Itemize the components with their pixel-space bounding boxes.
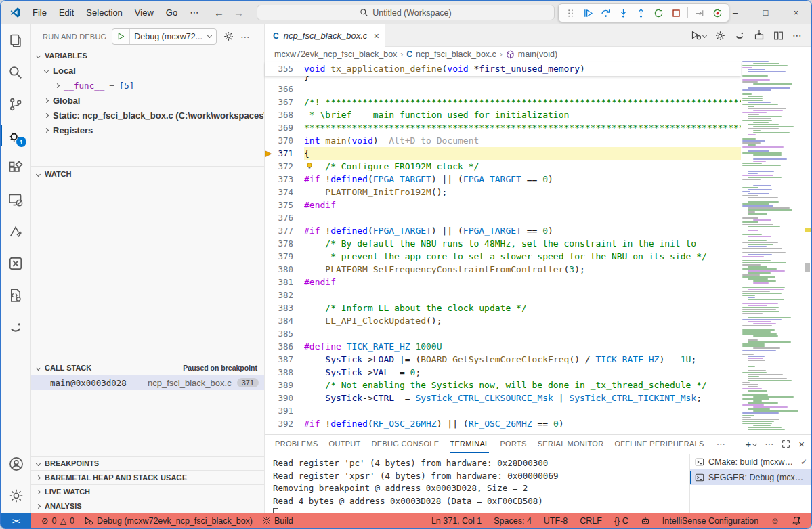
search-sidebar-icon[interactable] [1,56,30,88]
scope-static[interactable]: Static: ncp_fsci_black_box.c (C:\work\wo… [31,108,264,123]
editor-more-icon[interactable]: ⋯ [792,30,802,41]
tab-ncp-fsci-black-box[interactable]: C ncp_fsci_black_box.c × [265,24,385,47]
breakpoints-header[interactable]: BREAKPOINTS [31,456,264,470]
editor-settings-gear-icon[interactable] [715,30,725,41]
watch-header[interactable]: WATCH [31,167,264,182]
panel-tab-serial-monitor[interactable]: SERIAL MONITOR [538,435,604,453]
code-line-384[interactable]: 384 LL_API_ClockUpdated(); [265,314,741,327]
split-editor-icon[interactable] [773,30,784,41]
close-button[interactable]: × [781,1,811,24]
code-line-368[interactable]: 368 * \brief main function used for init… [265,108,741,121]
breadcrumb-project[interactable]: mcxw72evk_ncp_fsci_black_box [274,49,397,59]
code-line-380[interactable]: 380 PLATFORM_SetFrequencyConstraintFromC… [265,263,741,276]
restart-button[interactable] [650,5,666,21]
code-line-371[interactable]: ▶371{ [265,147,741,160]
maximize-button[interactable]: □ [750,1,781,24]
stack-frame-row[interactable]: main@0x0003d028 ncp_fsci_black_box.c 371 [31,375,264,390]
panel-more-icon[interactable]: ⋯ [765,439,773,449]
lightbulb-icon[interactable] [305,161,314,171]
menu-file[interactable]: File [26,5,53,20]
run-debug-file-button[interactable] [691,30,706,41]
sticky-scroll-line[interactable]: 355 void tx_application_define(void *fir… [265,62,741,76]
nav-forward-icon[interactable]: → [234,7,244,18]
notifications-bell-icon[interactable] [787,516,806,526]
code-line-391[interactable]: 391 [265,404,741,417]
code-line-387[interactable]: 387 SysTick->LOAD |= (BOARD_GetSystemCor… [265,353,741,366]
continue-button[interactable] [580,5,596,21]
step-out-button[interactable] [633,5,649,21]
cmake-build-button[interactable]: Build [257,513,298,528]
stop-button[interactable] [668,5,684,21]
panel-tabs-more-icon[interactable]: ⋯ [717,439,725,449]
code-line-379[interactable]: 379 * prevent the app core to set a slow… [265,250,741,263]
cmake-tools-icon[interactable] [1,279,30,311]
live-watch-header[interactable]: LIVE WATCH [31,484,264,499]
debug-current-line-icon[interactable]: ▶ [265,149,271,158]
analysis-header[interactable]: ANALYSIS [31,499,264,513]
overview-ruler[interactable] [804,58,811,434]
code-line-372[interactable]: 372 /* Configure FRO192M clock */ [265,160,741,173]
code-line-376[interactable]: 376 [265,211,741,224]
minimize-button[interactable]: – [720,1,750,24]
scrollbar-thumb[interactable] [805,263,810,272]
panel-tab-ports[interactable]: PORTS [500,435,526,453]
step-over-button[interactable] [597,5,614,21]
panel-tab-output[interactable]: OUTPUT [329,435,361,453]
panel-tab-terminal[interactable]: TERMINAL [450,435,489,453]
code-line-375[interactable]: 375#endif [265,198,741,211]
minimap[interactable] [741,58,804,433]
close-panel-icon[interactable]: × [798,438,805,450]
code-line-370[interactable]: 370int main(void) Alt+D to Document [265,134,741,147]
debug-status[interactable]: Debug (mcxw72evk_ncp_fsci_black_box) [79,513,257,528]
remote-indicator[interactable]: >< [1,513,31,528]
command-center-search[interactable]: Untitled (Workspace) [257,5,555,20]
code-line-390[interactable]: 390 SysTick->CTRL = SysTick_CTRL_CLKSOUR… [265,392,741,404]
maximize-panel-icon[interactable] [782,440,790,448]
code-line-388[interactable]: 388 SysTick->VAL = 0; [265,366,741,379]
code-line-389[interactable]: 389 /* Not enabling the Systicks now, wi… [265,379,741,392]
step-into-button[interactable] [615,5,631,21]
code-line-367[interactable]: 367/*! *********************************… [265,96,741,108]
menu-selection[interactable]: Selection [80,5,128,20]
code-line-381[interactable]: 381#endif [265,276,741,289]
menu-go[interactable]: Go [160,5,184,20]
scope-global[interactable]: Global [31,93,264,108]
explorer-icon[interactable] [1,24,30,56]
source-control-icon[interactable] [1,88,30,120]
debug-settings-gear-icon[interactable] [223,31,234,41]
code-line-383[interactable]: 383 /* Inform LL about the clock update … [265,301,741,314]
scope-local[interactable]: Local [31,63,264,78]
breadcrumb-symbol[interactable]: main(void) [518,49,557,59]
problems-status[interactable]: ⊘0 △0 [37,513,79,528]
feedback-extension-icon[interactable] [1,311,30,343]
variables-header[interactable]: VARIABLES [31,48,264,63]
indentation[interactable]: Spaces: 4 [489,516,536,526]
new-terminal-button[interactable]: + [745,438,756,450]
code-area[interactable]: }366367/*! *****************************… [265,76,741,434]
code-line-366[interactable]: 366 [265,83,741,96]
encoding[interactable]: UTF-8 [539,516,572,526]
mcux-analysis-icon[interactable] [1,215,30,247]
feedback-smiley-status-icon[interactable]: ☺ [766,516,784,526]
language-mode[interactable]: {} C [610,516,633,526]
baremetal-heap-header[interactable]: BAREMETAL HEAP AND STACK USAGE [31,470,264,484]
mcuxpresso-icon[interactable] [1,247,30,279]
launch-config-select[interactable]: Debug (mcxw72... [112,28,217,45]
accounts-icon[interactable] [1,448,31,480]
code-line-378[interactable]: 378 /* By default the NBU runs to 48MHz,… [265,237,741,250]
flash-programmer-icon[interactable] [754,30,765,41]
code-line-365[interactable]: } [265,76,741,83]
start-debug-icon[interactable] [112,29,130,44]
panel-tab-offline-peripherals[interactable]: OFFLINE PERIPHERALS [614,435,704,453]
terminal-output[interactable]: Read register 'pc' (4 bytes) from hardwa… [273,457,687,513]
menu-view[interactable]: View [129,5,160,20]
extensions-icon[interactable] [1,152,30,184]
code-line-385[interactable]: 385 [265,327,741,340]
code-line-386[interactable]: 386#define TICK_RATE_HZ 1000U [265,340,741,353]
panel-tab-problems[interactable]: PROBLEMS [275,435,318,453]
nav-back-icon[interactable]: ← [214,7,224,18]
menu-edit[interactable]: Edit [53,5,80,20]
cursor-position[interactable]: Ln 371, Col 1 [427,516,486,526]
panel-tab-debug-console[interactable]: DEBUG CONSOLE [372,435,440,453]
menu-[interactable]: ⋯ [184,5,205,20]
